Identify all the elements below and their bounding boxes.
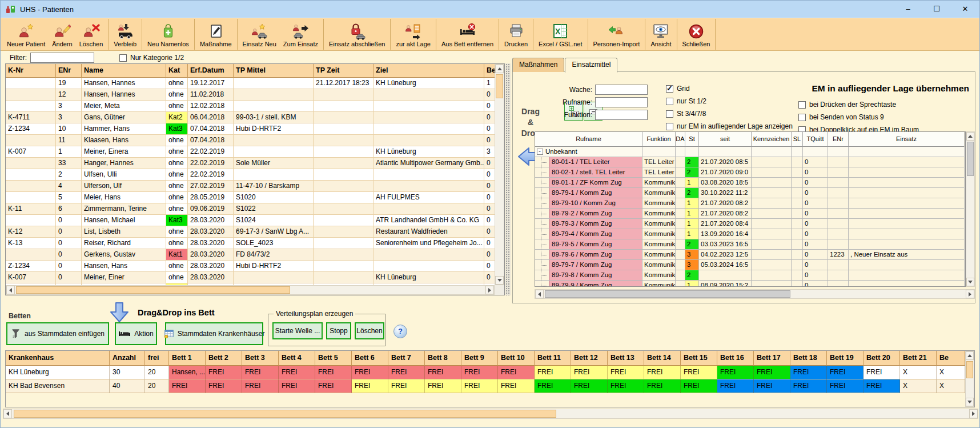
em-row[interactable]: 89-79-3 / Komm ZugKommunika121.07.2020 0… (535, 219, 965, 229)
em-vertical-scrollbar[interactable] (966, 131, 975, 287)
funktion-input[interactable] (595, 110, 648, 120)
column-header-krankenhaus[interactable]: Krankenhaus (6, 351, 110, 366)
bed-cell[interactable]: FREI (535, 366, 571, 379)
scroll-up-arrow[interactable] (966, 132, 974, 141)
column-header-st[interactable]: St (685, 132, 699, 147)
scrollbar-thumb[interactable] (14, 410, 556, 418)
patient-row[interactable]: 3Meier, Metaohne12.02.20180 (6, 101, 495, 112)
column-header-bett-1[interactable]: Bett 1 (169, 351, 206, 366)
patient-row[interactable]: 12Hansen, Hannesohne11.02.20180 (6, 89, 495, 101)
patient-row[interactable]: 19Hansen, Hannesohne19.12.201721.12.2017… (6, 78, 495, 89)
column-header-seit[interactable]: seit (699, 132, 752, 147)
bed-cell[interactable]: FREI (863, 379, 900, 393)
patient-row[interactable]: 2Ulfsen, Ulliohne22.02.20190 (6, 169, 495, 181)
scroll-left-arrow[interactable] (535, 290, 544, 298)
column-header-k-nr[interactable]: K-Nr (6, 64, 56, 78)
aus-stammdaten-einfuegen-button[interactable]: aus Stammdaten einfügen (6, 322, 109, 345)
column-header-bett-3[interactable]: Bett 3 (242, 351, 279, 366)
help-button[interactable]: ? (393, 325, 407, 338)
bed-cell[interactable]: FREI (644, 366, 681, 379)
bed-cell[interactable]: FREI (425, 366, 461, 379)
patient-row[interactable]: K-130Reiser, Richardohne28.03.2020SOLE_4… (6, 238, 495, 249)
column-header-be[interactable]: Be (484, 64, 495, 78)
column-header-bett-15[interactable]: Bett 15 (681, 351, 717, 366)
bed-cell[interactable]: FREI (644, 379, 681, 393)
bed-cell[interactable]: FREI (535, 379, 571, 393)
patient-row[interactable]: 0Hansen, MichaelKat328.03.2020S1024ATR L… (6, 215, 495, 226)
tree-expander-icon[interactable] (537, 149, 543, 155)
hospital-row[interactable]: KH Bad Bevensen4020FREIFREIFREIFREIFREIF… (6, 379, 974, 393)
status9-checkbox[interactable] (798, 114, 806, 121)
bed-cell[interactable]: FREI (681, 379, 717, 393)
toolbar-button-neu-namenlos[interactable]: Neu Namenlos (144, 19, 192, 50)
bottom-horizontal-scrollbar[interactable] (3, 409, 978, 419)
bed-cell[interactable]: FREI (352, 366, 388, 379)
column-header-tquitt[interactable]: TQuitt (803, 132, 828, 147)
bed-cell[interactable]: FREI (717, 379, 754, 393)
scroll-left-arrow[interactable] (6, 286, 15, 294)
splitter[interactable] (505, 63, 511, 295)
column-header-bett-5[interactable]: Bett 5 (315, 351, 352, 366)
column-header-tp-zeit[interactable]: TP Zeit (314, 64, 373, 78)
toolbar-button-schlie-en[interactable]: Schließen (679, 19, 714, 50)
em-row[interactable]: 89-79-1 / Komm ZugKommunika230.10.2022 1… (535, 188, 965, 198)
column-header-bett-19[interactable]: Bett 19 (827, 351, 863, 366)
column-header-bett-18[interactable]: Bett 18 (790, 351, 827, 366)
bed-cell[interactable]: FREI (315, 366, 352, 379)
toolbar-button-neuer-patient[interactable]: Neuer Patient (3, 19, 49, 50)
toolbar-button-l-schen[interactable]: Löschen (76, 19, 107, 50)
rufname-input[interactable] (595, 97, 648, 107)
bed-cell[interactable]: FREI (388, 379, 425, 393)
scroll-down-arrow[interactable] (495, 276, 504, 285)
em-row[interactable]: 89-79-8 / Komm ZugKommunika20 (535, 270, 965, 281)
patient-row[interactable]: 33Hanger, Hannesohne22.02.2019Sole Mülle… (6, 158, 495, 169)
toolbar-button-zum-einsatz[interactable]: Zum Einsatz (280, 19, 322, 50)
maximize-button[interactable]: ☐ (922, 1, 951, 18)
column-header-tp-mittel[interactable]: TP Mittel (234, 64, 314, 78)
bed-cell[interactable]: X (900, 366, 937, 379)
tab-ma-nahmen[interactable]: Maßnahmen (512, 58, 564, 72)
loeschen-welle-button[interactable]: Löschen (355, 322, 384, 339)
bed-cell[interactable]: FREI (754, 366, 790, 379)
patient-row[interactable]: 0Gerkens, GustavKat128.03.2020FD 84/73/2… (6, 249, 495, 261)
bed-cell[interactable]: FREI (169, 379, 206, 393)
bed-cell[interactable]: FREI (279, 379, 315, 393)
column-header-bett-21[interactable]: Bett 21 (900, 351, 937, 366)
toolbar-button-personen-import[interactable]: Personen-Import (590, 19, 644, 50)
column-header-be[interactable]: Be (937, 351, 965, 366)
bed-cell[interactable]: FREI (571, 366, 608, 379)
column-header-kennzeichen[interactable]: Kennzeichen (752, 132, 792, 147)
beds-vertical-scrollbar[interactable] (965, 351, 974, 407)
tab-einsatzmittel[interactable]: Einsatzmittel (565, 58, 617, 73)
column-header-bett-12[interactable]: Bett 12 (571, 351, 608, 366)
scrollbar-thumb[interactable] (545, 290, 790, 298)
patient-row[interactable]: Z-123410Hammer, HansKat307.04.2018Hubi D… (6, 123, 495, 135)
column-header-bett-11[interactable]: Bett 11 (535, 351, 571, 366)
bed-cell[interactable]: FREI (608, 366, 644, 379)
bed-cell[interactable]: FREI (498, 379, 535, 393)
column-header-bett-20[interactable]: Bett 20 (863, 351, 900, 366)
column-header-bett-4[interactable]: Bett 4 (279, 351, 315, 366)
toolbar-button-zur-akt-lage[interactable]: zur akt Lage (392, 19, 434, 50)
column-header-enr[interactable]: ENr (56, 64, 82, 78)
toolbar-button-einsatz-neu[interactable]: Einsatz Neu (239, 19, 280, 50)
scroll-down-arrow[interactable] (966, 278, 974, 286)
bed-cell[interactable]: FREI (461, 379, 498, 393)
grid-checkbox[interactable] (666, 85, 673, 93)
bed-cell[interactable]: FREI (790, 379, 827, 393)
toolbar-button-einsatz-abschlie-en[interactable]: Einsatz abschließen (326, 19, 388, 50)
patients-horizontal-scrollbar[interactable] (6, 285, 495, 295)
column-header-frei[interactable]: frei (145, 351, 169, 366)
filter-input[interactable] (30, 53, 94, 63)
scrollbar-thumb[interactable] (16, 286, 290, 294)
em-row[interactable]: 89-79-5 / Komm ZugKommunika203.03.2023 1… (535, 239, 965, 250)
toolbar-button-verbleib[interactable]: Verbleib (110, 19, 140, 50)
bed-cell[interactable]: FREI (717, 366, 754, 379)
patient-row[interactable]: 4Ulferson, Ulfohne27.02.201911-47-10 / B… (6, 181, 495, 192)
nur-em-aufliegend-checkbox[interactable] (666, 123, 673, 130)
bed-cell[interactable]: FREI (498, 366, 535, 379)
em-group-row[interactable]: Unbekannt (535, 147, 965, 157)
scroll-up-arrow[interactable] (495, 65, 504, 73)
em-row[interactable]: 89-79-4 / Komm ZugKommunika113.09.2020 1… (535, 229, 965, 239)
bed-cell[interactable]: FREI (279, 366, 315, 379)
